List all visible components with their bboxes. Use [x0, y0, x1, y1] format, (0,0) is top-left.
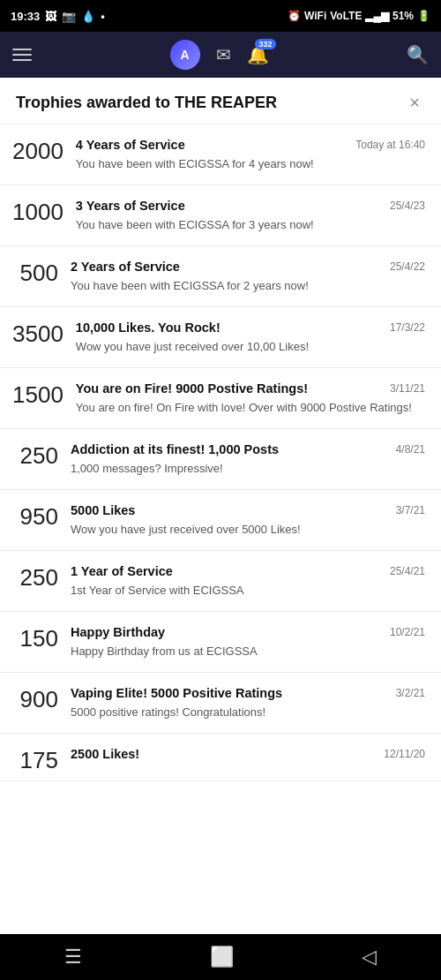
- trophy-desc: You are on fire! On Fire with love! Over…: [76, 400, 425, 416]
- trophy-item: 2000 4 Years of Service Today at 16:40 Y…: [0, 124, 441, 185]
- status-right-area: ⏰ WiFi VoLTE ▂▄▆ 51% 🔋: [288, 10, 430, 22]
- trophy-date: 12/11/20: [384, 746, 425, 760]
- trophy-points: 150: [12, 624, 58, 652]
- trophy-name: 4 Years of Service: [76, 137, 348, 154]
- trophy-item: 175 2500 Likes! 12/11/20: [0, 734, 441, 781]
- trophy-item: 500 2 Years of Service 25/4/22 You have …: [0, 246, 441, 307]
- hamburger-menu[interactable]: [12, 49, 32, 61]
- trophy-date: 3/2/21: [396, 685, 425, 699]
- trophy-top-row: Happy Birthday 10/2/21: [71, 624, 425, 641]
- trophy-name: You are on Fire! 9000 Postive Ratings!: [76, 381, 383, 397]
- trophy-desc: 5000 positive ratings! Congratulations!: [71, 705, 425, 720]
- trophy-top-row: 10,000 Likes. You Rock! 17/3/22: [76, 320, 425, 336]
- volte-label: VoLTE: [330, 10, 362, 22]
- trophy-content: 5000 Likes 3/7/21 Wow you have just rece…: [71, 502, 425, 538]
- trophy-item: 1500 You are on Fire! 9000 Postive Ratin…: [0, 368, 441, 429]
- trophy-top-row: Vaping Elite! 5000 Positive Ratings 3/2/…: [71, 685, 425, 702]
- trophy-item: 150 Happy Birthday 10/2/21 Happy Birthda…: [0, 612, 441, 673]
- trophy-points: 250: [12, 441, 58, 469]
- trophy-item: 950 5000 Likes 3/7/21 Wow you have just …: [0, 490, 441, 551]
- trophy-item: 250 Addiction at its finest! 1,000 Posts…: [0, 429, 441, 490]
- trophy-points: 1500: [12, 381, 64, 408]
- trophy-desc: 1,000 messages? Impressive!: [71, 461, 425, 477]
- dot-icon: •: [101, 10, 105, 23]
- trophy-item: 900 Vaping Elite! 5000 Positive Ratings …: [0, 673, 441, 734]
- trophy-content: 1 Year of Service 25/4/21 1st Year of Se…: [71, 563, 425, 599]
- battery-icon: 🔋: [417, 10, 430, 22]
- trophy-name: 5000 Likes: [71, 502, 389, 519]
- trophy-top-row: 2500 Likes! 12/11/20: [71, 746, 425, 763]
- trophy-points: 900: [12, 685, 58, 712]
- search-icon[interactable]: 🔍: [407, 44, 429, 65]
- trophy-desc: Wow you have just received over 10,00 Li…: [76, 339, 425, 355]
- notification-badge: 332: [255, 39, 275, 49]
- trophy-points: 950: [12, 502, 58, 530]
- trophy-points: 3500: [12, 320, 64, 347]
- trophy-name: 10,000 Likes. You Rock!: [76, 320, 383, 336]
- modal-header: Trophies awarded to THE REAPER ×: [0, 78, 441, 124]
- trophy-content: Addiction at its finest! 1,000 Posts 4/8…: [71, 441, 425, 477]
- trophy-date: 17/3/22: [390, 320, 425, 334]
- trophy-desc: 1st Year of Service with ECIGSSA: [71, 583, 425, 599]
- trophy-date: 25/4/23: [390, 198, 425, 212]
- trophy-top-row: 1 Year of Service 25/4/21: [71, 563, 425, 580]
- trophy-desc: You have been with ECIGSSA for 2 years n…: [71, 278, 425, 294]
- trophy-name: 1 Year of Service: [71, 563, 383, 580]
- notification-bell[interactable]: 🔔 332: [247, 44, 269, 65]
- trophy-content: 2 Years of Service 25/4/22 You have been…: [71, 259, 425, 294]
- nav-back-button[interactable]: ◁: [344, 939, 394, 976]
- drop-icon: 💧: [81, 10, 95, 23]
- bottom-nav: ☰ ⬜ ◁: [0, 934, 441, 980]
- trophy-top-row: 5000 Likes 3/7/21: [71, 502, 425, 519]
- trophy-points: 1000: [12, 198, 64, 225]
- trophy-content: 2500 Likes! 12/11/20: [71, 746, 425, 763]
- nav-menu-button[interactable]: ☰: [47, 939, 100, 976]
- trophy-name: 3 Years of Service: [76, 198, 383, 215]
- trophy-item: 3500 10,000 Likes. You Rock! 17/3/22 Wow…: [0, 307, 441, 368]
- top-nav: A ✉ 🔔 332 🔍: [0, 32, 441, 78]
- trophy-name: 2500 Likes!: [71, 746, 377, 763]
- trophy-item: 250 1 Year of Service 25/4/21 1st Year o…: [0, 551, 441, 612]
- trophy-desc: Wow you have just received over 5000 Lik…: [71, 522, 425, 538]
- close-button[interactable]: ×: [404, 92, 425, 113]
- battery-percent: 51%: [392, 10, 414, 22]
- trophy-points: 175: [12, 746, 58, 773]
- trophy-date: 4/8/21: [396, 441, 425, 456]
- trophies-modal: Trophies awarded to THE REAPER × 2000 4 …: [0, 78, 441, 934]
- user-avatar[interactable]: A: [170, 40, 200, 70]
- mail-icon[interactable]: ✉: [216, 44, 231, 65]
- instagram-icon: 📷: [62, 10, 76, 23]
- trophy-top-row: 4 Years of Service Today at 16:40: [76, 137, 425, 154]
- nav-center-icons: A ✉ 🔔 332: [170, 40, 269, 70]
- trophy-points: 250: [12, 563, 58, 591]
- wifi-icon: WiFi: [304, 10, 326, 22]
- nav-home-button[interactable]: ⬜: [192, 939, 251, 976]
- status-time-area: 19:33 🖼 📷 💧 •: [11, 10, 105, 23]
- trophy-date: 3/11/21: [390, 381, 425, 395]
- trophy-list: 2000 4 Years of Service Today at 16:40 Y…: [0, 124, 441, 781]
- trophy-name: 2 Years of Service: [71, 259, 383, 275]
- trophy-top-row: Addiction at its finest! 1,000 Posts 4/8…: [71, 441, 425, 458]
- trophy-top-row: You are on Fire! 9000 Postive Ratings! 3…: [76, 381, 425, 397]
- trophy-name: Addiction at its finest! 1,000 Posts: [71, 441, 389, 458]
- nav-right-icons: 🔍: [407, 44, 429, 65]
- status-bar: 19:33 🖼 📷 💧 • ⏰ WiFi VoLTE ▂▄▆ 51% 🔋: [0, 0, 441, 32]
- trophy-content: 4 Years of Service Today at 16:40 You ha…: [76, 137, 425, 172]
- gallery-icon: 🖼: [45, 10, 56, 23]
- trophy-desc: Happy Birthday from us at ECIGSSA: [71, 644, 425, 660]
- trophy-content: 10,000 Likes. You Rock! 17/3/22 Wow you …: [76, 320, 425, 355]
- trophy-name: Happy Birthday: [71, 624, 383, 641]
- trophy-date: 25/4/22: [390, 259, 425, 273]
- trophy-name: Vaping Elite! 5000 Positive Ratings: [71, 685, 389, 702]
- trophy-content: Happy Birthday 10/2/21 Happy Birthday fr…: [71, 624, 425, 660]
- signal-bars: ▂▄▆: [365, 10, 389, 22]
- trophy-date: 3/7/21: [396, 502, 425, 516]
- trophy-date: 25/4/21: [390, 563, 425, 577]
- trophy-content: Vaping Elite! 5000 Positive Ratings 3/2/…: [71, 685, 425, 720]
- status-time: 19:33: [11, 10, 40, 23]
- modal-title: Trophies awarded to THE REAPER: [16, 94, 277, 112]
- trophy-content: You are on Fire! 9000 Postive Ratings! 3…: [76, 381, 425, 416]
- trophy-item: 1000 3 Years of Service 25/4/23 You have…: [0, 185, 441, 246]
- trophy-points: 2000: [12, 137, 64, 164]
- trophy-desc: You have been with ECIGSSA for 3 years n…: [76, 217, 425, 233]
